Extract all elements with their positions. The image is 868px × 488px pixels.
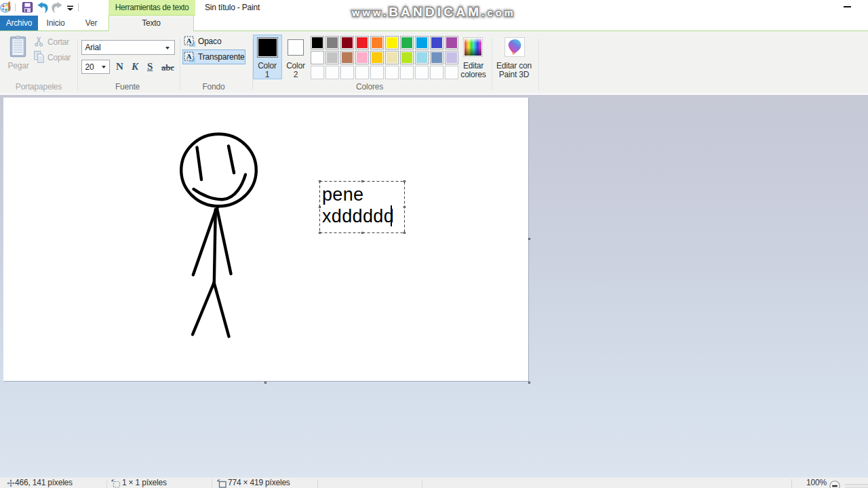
svg-text:www.BANDICAM.com: www.BANDICAM.com (351, 4, 516, 18)
svg-text:A: A (186, 37, 192, 45)
svg-text:A: A (186, 52, 192, 60)
